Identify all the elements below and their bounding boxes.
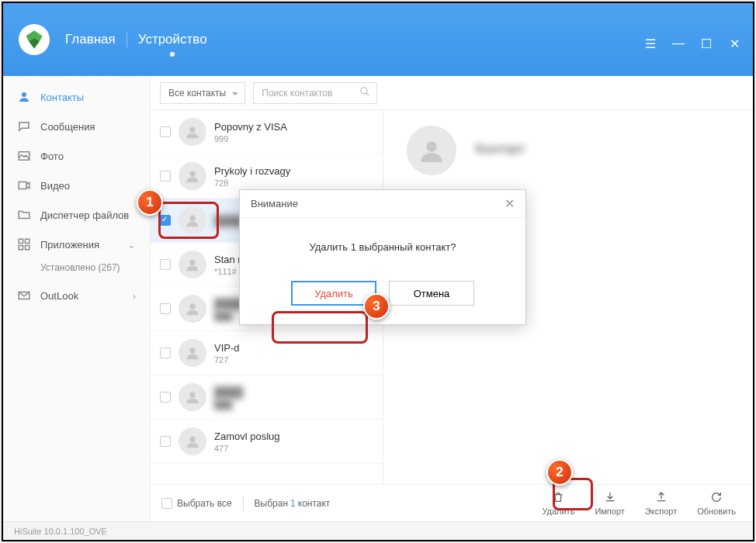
refresh-icon <box>710 491 723 505</box>
trash-icon <box>552 491 564 505</box>
checkbox[interactable] <box>160 436 171 447</box>
contact-row[interactable]: Zamovl poslug477 <box>151 420 383 464</box>
checkbox[interactable] <box>160 348 171 358</box>
chevron-right-icon: › <box>133 290 136 302</box>
sidebar: Контакты Сообщения Фото Видео Диспетчер … <box>3 76 151 521</box>
tab-home[interactable]: Главная <box>65 32 116 47</box>
sidebar-label: Диспетчер файлов <box>40 209 129 221</box>
sidebar-apps-installed[interactable]: Установлено (267) <box>3 259 150 281</box>
video-icon <box>17 178 31 192</box>
avatar-icon <box>179 162 206 190</box>
svg-rect-4 <box>19 182 26 189</box>
svg-point-15 <box>189 304 195 310</box>
bottom-bar: Выбрать все Выбран 1 контакт Удалить Имп… <box>151 484 753 521</box>
contact-name: ████ <box>214 386 373 398</box>
tab-device[interactable]: Устройство <box>138 32 207 47</box>
export-button[interactable]: Экспорт <box>639 488 683 519</box>
sidebar-label: Фото <box>40 150 64 162</box>
sidebar-label: Приложения <box>40 239 99 251</box>
upload-icon <box>655 491 668 505</box>
sidebar-label: Видео <box>40 180 70 192</box>
checkbox[interactable] <box>160 303 171 314</box>
sidebar-item-messages[interactable]: Сообщения <box>3 112 150 141</box>
dialog-header: Внимание ✕ <box>240 190 525 218</box>
avatar-icon <box>179 427 206 455</box>
contact-row[interactable]: VIP-d727 <box>151 331 383 375</box>
avatar-icon <box>179 118 206 146</box>
search-icon <box>359 86 370 99</box>
version-label: HiSuite 10.0.1.100_OVE <box>14 527 107 536</box>
person-icon <box>17 90 31 104</box>
annotation-callout-3: 3 <box>363 293 390 320</box>
dialog-cancel-button[interactable]: Отмена <box>389 281 474 306</box>
menu-icon[interactable]: ☰ <box>644 37 657 50</box>
contact-name: Prykoly i rozvagy <box>214 165 373 177</box>
folder-icon <box>17 208 31 222</box>
search-input[interactable]: Поиск контактов <box>253 82 377 104</box>
contact-phone: 999 <box>214 134 373 144</box>
chevron-down-icon: ⌄ <box>127 239 136 251</box>
group-dropdown[interactable]: Все контакты <box>160 82 245 104</box>
checkbox[interactable] <box>160 259 171 270</box>
minimize-icon[interactable]: — <box>672 37 685 50</box>
status-bar: HiSuite 10.0.1.100_OVE <box>3 521 753 540</box>
maximize-icon[interactable]: ☐ <box>700 37 713 50</box>
contacts-toolbar: Все контакты Поиск контактов <box>151 76 753 110</box>
app-window: Главная Устройство ☰ — ☐ ✕ Контакты Сооб… <box>2 2 754 541</box>
avatar-icon <box>179 251 206 278</box>
sidebar-item-apps[interactable]: Приложения ⌄ <box>3 230 150 259</box>
svg-rect-7 <box>19 246 23 250</box>
contact-name: VIP-d <box>214 342 373 354</box>
dialog-close-icon[interactable]: ✕ <box>505 196 515 211</box>
contact-name: Popovny z VISA <box>214 121 373 133</box>
header-tabs: Главная Устройство <box>65 32 207 47</box>
titlebar: Главная Устройство ☰ — ☐ ✕ <box>3 3 753 76</box>
svg-rect-5 <box>19 239 23 243</box>
close-icon[interactable]: ✕ <box>728 37 740 50</box>
download-icon <box>604 491 616 505</box>
svg-point-18 <box>189 437 195 442</box>
select-all[interactable]: Выбрать все <box>161 498 232 509</box>
sidebar-item-photos[interactable]: Фото <box>3 141 150 171</box>
delete-button[interactable]: Удалить <box>536 488 581 519</box>
sidebar-label: Сообщения <box>40 121 95 133</box>
contact-row[interactable]: Popovny z VISA999 <box>151 110 383 154</box>
refresh-button[interactable]: Обновить <box>691 488 742 519</box>
select-all-label: Выбрать все <box>177 498 232 509</box>
checkbox[interactable] <box>160 171 171 182</box>
contact-phone: ███ <box>214 399 373 409</box>
svg-point-13 <box>189 216 195 221</box>
chat-icon <box>17 119 31 133</box>
sidebar-item-contacts[interactable]: Контакты <box>3 82 150 112</box>
sidebar-item-outlook[interactable]: OutLook › <box>3 281 150 310</box>
sidebar-item-videos[interactable]: Видео <box>3 171 150 200</box>
contact-phone: 727 <box>214 355 373 365</box>
svg-point-12 <box>189 171 195 177</box>
mail-icon <box>17 289 31 303</box>
selected-label: Выбран <box>255 498 288 509</box>
checkbox[interactable] <box>160 392 171 403</box>
checkbox[interactable] <box>160 126 171 137</box>
import-button[interactable]: Импорт <box>588 488 630 519</box>
svg-rect-8 <box>26 246 29 250</box>
svg-point-16 <box>189 348 195 354</box>
checkbox-checked[interactable] <box>160 215 171 226</box>
selected-count: 1 <box>290 498 296 509</box>
svg-point-17 <box>189 393 195 398</box>
svg-point-14 <box>189 260 195 265</box>
svg-point-19 <box>426 141 436 151</box>
sidebar-item-files[interactable]: Диспетчер файлов <box>3 200 150 230</box>
dialog-message: Удалить 1 выбранный контакт? <box>240 218 525 268</box>
checkbox[interactable] <box>161 498 172 509</box>
svg-rect-6 <box>26 239 29 243</box>
app-logo <box>19 24 50 55</box>
dialog-title: Внимание <box>251 198 298 209</box>
avatar-icon <box>179 295 206 323</box>
sidebar-label: OutLook <box>40 290 78 302</box>
avatar-icon <box>179 383 206 411</box>
contact-name: Zamovl poslug <box>214 431 373 442</box>
contact-row[interactable]: ███████ <box>151 375 383 420</box>
svg-point-2 <box>22 92 26 97</box>
avatar-icon <box>179 339 206 367</box>
grid-icon <box>17 237 31 251</box>
